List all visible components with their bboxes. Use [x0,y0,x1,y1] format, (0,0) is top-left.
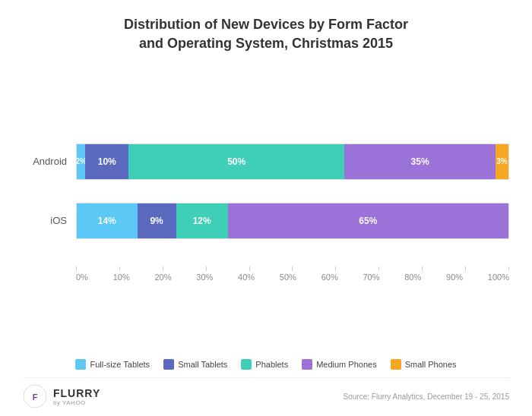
legend-label: Phablets [255,360,288,369]
x-axis-label: 10% [113,273,130,282]
x-axis-label: 90% [446,273,463,282]
x-axis-tick [508,266,509,271]
legend-label: Full-size Tablets [90,360,150,369]
footer: F FLURRY by YAHOO Source: Flurry Analyti… [23,377,509,408]
x-axis-tick [378,266,379,271]
flurry-icon: F [23,384,47,408]
legend-swatch [302,359,312,370]
x-axis-tick [292,266,293,271]
x-axis-ticks [76,266,509,271]
bar-segment-small_tablets: 9% [138,203,176,238]
bar-container: 14%9%12%65% [76,203,509,239]
y-label: iOS [23,215,76,226]
bar-segment-medium_phones: 65% [228,203,508,238]
x-axis-label: 60% [321,273,338,282]
x-axis-label: 80% [404,273,421,282]
legend-label: Small Phones [405,360,457,369]
legend-item: Full-size Tablets [75,359,150,370]
svg-text:F: F [33,392,38,402]
bar-wrapper: 2%10%50%35%3% [76,143,509,180]
legend: Full-size TabletsSmall TabletsPhabletsMe… [75,359,456,370]
chart-title: Distribution of New Devices by Form Fact… [124,15,408,53]
legend-swatch [75,359,86,370]
x-axis-labels: 0%10%20%30%40%50%60%70%80%90%100% [76,273,509,282]
x-axis-tick [163,266,163,271]
x-axis-tick [335,266,336,271]
x-axis-label: 40% [238,273,255,282]
flurry-text-group: FLURRY by YAHOO [53,387,100,406]
legend-swatch [241,359,252,370]
bar-wrapper: 14%9%12%65% [76,203,509,239]
x-axis-label: 100% [488,273,509,282]
bar-segment-medium_phones: 35% [344,144,496,179]
bar-group-ios: iOS14%9%12%65% [23,203,509,239]
bar-group-android: Android2%10%50%35%3% [23,143,509,180]
legend-item: Medium Phones [302,359,377,370]
x-axis-tick [422,266,423,271]
x-axis-label: 0% [76,273,88,282]
y-label: Android [23,156,76,167]
bar-segment-fullsize_tablets: 2% [77,144,85,179]
legend-label: Medium Phones [316,360,377,369]
x-axis-label: 50% [280,273,296,282]
legend-item: Small Tablets [163,359,227,370]
legend-label: Small Tablets [178,360,227,369]
legend-swatch [163,359,174,370]
x-axis-tick [76,266,77,271]
flurry-logo: F FLURRY by YAHOO [23,384,100,408]
legend-item: Small Phones [391,359,457,370]
bar-segment-fullsize_tablets: 14% [77,203,138,238]
bars-container: Android2%10%50%35%3%iOS14%9%12%65% [23,143,509,262]
x-axis-tick [206,266,207,271]
flurry-brand-name: FLURRY [53,387,100,399]
x-axis-tick [119,266,120,271]
legend-item: Phablets [241,359,288,370]
x-axis-label: 20% [154,273,171,282]
flurry-brand-sub: by YAHOO [53,399,100,406]
bar-segment-small_tablets: 10% [85,144,128,179]
chart-area: Android2%10%50%35%3%iOS14%9%12%65% 0%10%… [23,76,509,348]
bar-segment-phablets: 12% [176,203,228,238]
x-axis: 0%10%20%30%40%50%60%70%80%90%100% [76,266,509,282]
x-axis-label: 30% [196,273,213,282]
bar-segment-phablets: 50% [128,144,344,179]
x-axis-tick [249,266,250,271]
source-text: Source: Flurry Analytics, December 19 - … [344,392,509,401]
bar-container: 2%10%50%35%3% [76,143,509,180]
x-axis-label: 70% [363,273,379,282]
x-axis-tick [465,266,466,271]
bar-segment-small_phones: 3% [496,144,508,179]
legend-swatch [391,359,401,370]
